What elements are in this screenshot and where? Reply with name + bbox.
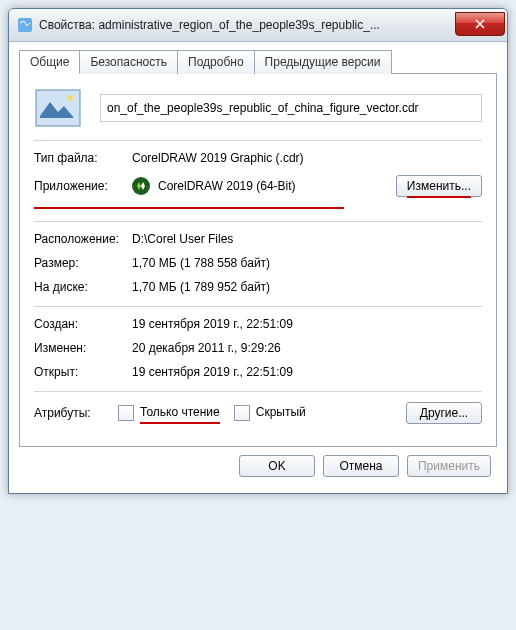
readonly-label: Только чтение <box>140 405 220 424</box>
file-icon <box>17 17 33 33</box>
location-label: Расположение: <box>34 232 132 246</box>
checkbox-icon <box>118 405 134 421</box>
filetype-value: CorelDRAW 2019 Graphic (.cdr) <box>132 151 482 165</box>
apply-button[interactable]: Применить <box>407 455 491 477</box>
app-value: CorelDRAW 2019 (64-Bit) <box>158 179 296 193</box>
tab-previous-versions[interactable]: Предыдущие версии <box>254 50 392 74</box>
modified-value: 20 декабря 2011 г., 9:29:26 <box>132 341 482 355</box>
checkbox-icon <box>234 405 250 421</box>
filename-input[interactable]: on_of_the_people39s_republic_of_china_fi… <box>100 94 482 122</box>
highlight-underline <box>34 207 344 209</box>
accessed-value: 19 сентября 2019 г., 22:51:09 <box>132 365 482 379</box>
filetype-label: Тип файла: <box>34 151 132 165</box>
ok-button[interactable]: OK <box>239 455 315 477</box>
app-icon <box>132 177 150 195</box>
client-area: Общие Безопасность Подробно Предыдущие в… <box>9 42 507 493</box>
window-title: Свойства: administrative_region_of_the_p… <box>39 18 449 32</box>
tab-page-general: on_of_the_people39s_republic_of_china_fi… <box>19 73 497 447</box>
properties-dialog: Свойства: administrative_region_of_the_p… <box>8 8 508 494</box>
hidden-checkbox[interactable]: Скрытый <box>234 405 306 421</box>
disk-value: 1,70 МБ (1 789 952 байт) <box>132 280 482 294</box>
dialog-footer: OK Отмена Применить <box>19 447 497 483</box>
large-file-icon <box>34 88 82 128</box>
cancel-button[interactable]: Отмена <box>323 455 399 477</box>
size-value: 1,70 МБ (1 788 558 байт) <box>132 256 482 270</box>
location-value: D:\Corel User Files <box>132 232 482 246</box>
change-button[interactable]: Изменить... <box>396 175 482 197</box>
readonly-checkbox[interactable]: Только чтение <box>118 405 220 421</box>
separator <box>34 391 482 392</box>
close-button[interactable] <box>455 12 505 36</box>
tab-security[interactable]: Безопасность <box>79 50 178 74</box>
tab-details[interactable]: Подробно <box>177 50 255 74</box>
svg-point-2 <box>67 95 73 101</box>
tab-general[interactable]: Общие <box>19 50 80 74</box>
separator <box>34 140 482 141</box>
separator <box>34 221 482 222</box>
modified-label: Изменен: <box>34 341 132 355</box>
other-attrs-button[interactable]: Другие... <box>406 402 482 424</box>
size-label: Размер: <box>34 256 132 270</box>
separator <box>34 306 482 307</box>
titlebar[interactable]: Свойства: administrative_region_of_the_p… <box>9 9 507 42</box>
attrs-label: Атрибуты: <box>34 406 104 420</box>
svg-rect-0 <box>18 18 32 32</box>
app-label: Приложение: <box>34 179 132 193</box>
accessed-label: Открыт: <box>34 365 132 379</box>
disk-label: На диске: <box>34 280 132 294</box>
hidden-label: Скрытый <box>256 405 306 419</box>
created-label: Создан: <box>34 317 132 331</box>
created-value: 19 сентября 2019 г., 22:51:09 <box>132 317 482 331</box>
tab-strip: Общие Безопасность Подробно Предыдущие в… <box>19 50 497 74</box>
svg-rect-1 <box>36 90 80 126</box>
